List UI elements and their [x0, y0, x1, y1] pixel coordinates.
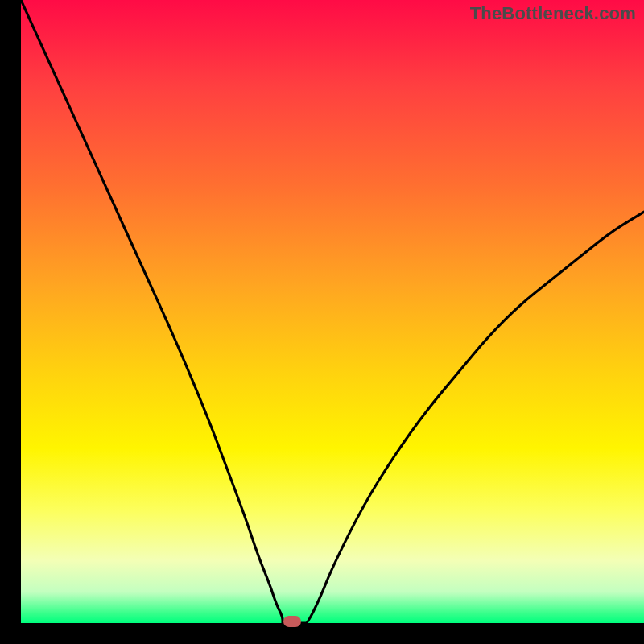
bottleneck-curve: [21, 0, 644, 623]
chart-frame: TheBottleneck.com: [0, 0, 644, 644]
optimum-marker: [283, 616, 301, 627]
plot-area: TheBottleneck.com: [21, 0, 644, 623]
